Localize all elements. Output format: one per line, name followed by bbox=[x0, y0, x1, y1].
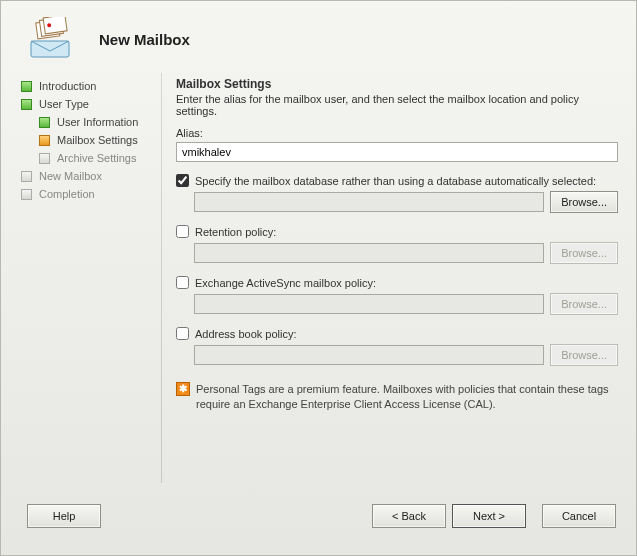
svg-rect-3 bbox=[43, 17, 67, 34]
back-button[interactable]: < Back bbox=[372, 504, 446, 528]
sidebar-item-label: Archive Settings bbox=[57, 152, 136, 164]
retention-row: Retention policy: bbox=[176, 225, 618, 238]
sidebar-item-label: User Type bbox=[39, 98, 89, 110]
header: New Mailbox bbox=[1, 1, 636, 73]
retention-browse-row: Browse... bbox=[176, 242, 618, 264]
sidebar: Introduction User Type User Information … bbox=[1, 73, 161, 483]
sidebar-item-label: Mailbox Settings bbox=[57, 134, 138, 146]
abp-browse-row: Browse... bbox=[176, 344, 618, 366]
eas-label: Exchange ActiveSync mailbox policy: bbox=[195, 277, 376, 289]
help-button[interactable]: Help bbox=[27, 504, 101, 528]
retention-input bbox=[194, 243, 544, 263]
specify-db-browse-row: Browse... bbox=[176, 191, 618, 213]
abp-row: Address book policy: bbox=[176, 327, 618, 340]
sidebar-item-archive-settings[interactable]: Archive Settings bbox=[21, 149, 161, 167]
alias-label: Alias: bbox=[176, 127, 618, 139]
svg-rect-0 bbox=[31, 41, 69, 57]
step-icon bbox=[39, 153, 50, 164]
retention-label: Retention policy: bbox=[195, 226, 276, 238]
abp-label: Address book policy: bbox=[195, 328, 297, 340]
eas-input bbox=[194, 294, 544, 314]
step-icon bbox=[21, 189, 32, 200]
step-icon bbox=[21, 171, 32, 182]
step-icon bbox=[21, 99, 32, 110]
retention-checkbox[interactable] bbox=[176, 225, 189, 238]
sidebar-item-mailbox-settings[interactable]: Mailbox Settings bbox=[21, 131, 161, 149]
wizard-window: New Mailbox Introduction User Type User … bbox=[0, 0, 637, 556]
retention-browse-button: Browse... bbox=[550, 242, 618, 264]
specify-db-browse-button[interactable]: Browse... bbox=[550, 191, 618, 213]
step-icon bbox=[21, 81, 32, 92]
step-icon bbox=[39, 117, 50, 128]
sidebar-item-completion[interactable]: Completion bbox=[21, 185, 161, 203]
mailbox-icon bbox=[27, 17, 75, 61]
specify-db-label: Specify the mailbox database rather than… bbox=[195, 175, 596, 187]
eas-checkbox[interactable] bbox=[176, 276, 189, 289]
step-icon bbox=[39, 135, 50, 146]
sidebar-item-label: Introduction bbox=[39, 80, 96, 92]
footer: Help < Back Next > Cancel bbox=[1, 491, 636, 555]
sidebar-item-user-type[interactable]: User Type bbox=[21, 95, 161, 113]
alias-input[interactable] bbox=[176, 142, 618, 162]
abp-browse-button: Browse... bbox=[550, 344, 618, 366]
eas-browse-row: Browse... bbox=[176, 293, 618, 315]
specify-db-checkbox[interactable] bbox=[176, 174, 189, 187]
eas-row: Exchange ActiveSync mailbox policy: bbox=[176, 276, 618, 289]
premium-note: ✱ Personal Tags are a premium feature. M… bbox=[176, 382, 618, 412]
sidebar-item-label: New Mailbox bbox=[39, 170, 102, 182]
sidebar-item-new-mailbox[interactable]: New Mailbox bbox=[21, 167, 161, 185]
abp-input bbox=[194, 345, 544, 365]
body: Introduction User Type User Information … bbox=[1, 73, 636, 483]
main-panel: Mailbox Settings Enter the alias for the… bbox=[162, 73, 636, 483]
cancel-button[interactable]: Cancel bbox=[542, 504, 616, 528]
abp-checkbox[interactable] bbox=[176, 327, 189, 340]
warning-icon: ✱ bbox=[176, 382, 190, 396]
specify-db-row: Specify the mailbox database rather than… bbox=[176, 174, 618, 187]
sidebar-item-introduction[interactable]: Introduction bbox=[21, 77, 161, 95]
section-title: Mailbox Settings bbox=[176, 77, 618, 91]
next-button[interactable]: Next > bbox=[452, 504, 526, 528]
sidebar-item-label: Completion bbox=[39, 188, 95, 200]
premium-note-text: Personal Tags are a premium feature. Mai… bbox=[196, 382, 618, 412]
sidebar-item-user-information[interactable]: User Information bbox=[21, 113, 161, 131]
wizard-title: New Mailbox bbox=[99, 31, 190, 48]
specify-db-input[interactable] bbox=[194, 192, 544, 212]
section-description: Enter the alias for the mailbox user, an… bbox=[176, 93, 618, 117]
eas-browse-button: Browse... bbox=[550, 293, 618, 315]
sidebar-item-label: User Information bbox=[57, 116, 138, 128]
